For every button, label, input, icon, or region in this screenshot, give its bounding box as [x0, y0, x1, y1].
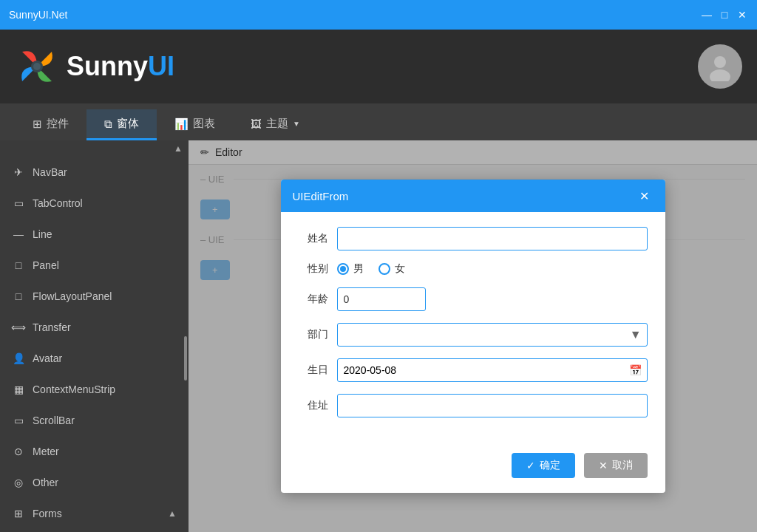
meter-icon: ⊙ — [12, 445, 25, 458]
sidebar-scroll-up[interactable]: ▲ — [0, 140, 189, 157]
modal-dialog: UIEditFrom ✕ 姓名 性别 — [281, 180, 665, 493]
radio-female[interactable]: 女 — [378, 262, 405, 276]
form-row-gender: 性别 男 女 — [299, 262, 648, 276]
sidebar-section-forms[interactable]: ⊞ Forms ▲ — [0, 498, 189, 529]
sidebar-item-contextmenustrip-label: ContextMenuStrip — [33, 383, 115, 395]
cancel-button[interactable]: ✕ 取消 — [584, 453, 648, 478]
tab-themes-icon: 🖼 — [251, 117, 262, 130]
panel-icon: □ — [12, 259, 25, 272]
sidebar-item-other[interactable]: ◎ Other — [0, 467, 189, 498]
birthday-label: 生日 — [299, 364, 328, 377]
form-row-name: 姓名 — [299, 227, 648, 250]
avatar[interactable] — [698, 44, 742, 89]
birthday-input[interactable] — [337, 358, 648, 382]
sidebar-section-forms-label: Forms — [33, 508, 62, 519]
modal-footer: ✓ 确定 ✕ 取消 — [281, 444, 665, 493]
modal-close-icon: ✕ — [639, 189, 649, 203]
form-row-address: 住址 — [299, 394, 648, 417]
title-bar-controls: — □ ✕ — [701, 9, 748, 21]
modal-close-button[interactable]: ✕ — [636, 187, 654, 205]
sidebar-item-transfer[interactable]: ⟺ Transfer — [0, 312, 189, 343]
flowlayoutpanel-icon: □ — [12, 290, 25, 303]
tab-controls[interactable]: ⊞ 控件 — [15, 109, 86, 140]
dept-select[interactable] — [337, 323, 648, 347]
logo-sunny: Sunny — [67, 51, 148, 82]
tab-controls-icon: ⊞ — [33, 117, 42, 131]
sidebar-item-dialogs[interactable]: ▭ Dialogs — [0, 529, 189, 532]
sidebar-item-avatar-label: Avatar — [33, 352, 62, 364]
calendar-icon[interactable]: 📅 — [629, 364, 642, 376]
logo-area: SunnyUI — [15, 44, 174, 89]
sidebar-item-tabcontrol[interactable]: ▭ TabControl — [0, 188, 189, 219]
header: SunnyUI — [0, 30, 757, 103]
maximize-button[interactable]: □ — [719, 9, 730, 21]
tab-charts[interactable]: 📊 图表 — [157, 109, 233, 140]
content-area: ✏ Editor – UIE + – UIE + — [189, 140, 757, 532]
logo-text: SunnyUI — [67, 51, 174, 82]
transfer-icon: ⟺ — [12, 321, 25, 334]
radio-female-label: 女 — [395, 262, 405, 276]
main-layout: ▲ ✈ NavBar ▭ TabControl — Line □ Panel □… — [0, 140, 757, 532]
svg-point-3 — [710, 69, 730, 81]
sidebar-item-meter[interactable]: ⊙ Meter — [0, 436, 189, 467]
tabcontrol-icon: ▭ — [12, 197, 25, 210]
name-label: 姓名 — [299, 232, 328, 245]
sidebar-item-other-label: Other — [33, 477, 58, 488]
address-input[interactable] — [337, 394, 648, 417]
sidebar-item-panel-label: Panel — [33, 259, 59, 271]
cancel-label: 取消 — [612, 459, 633, 472]
modal-title: UIEditFrom — [293, 190, 349, 202]
age-label: 年龄 — [299, 293, 328, 306]
radio-male[interactable]: 男 — [337, 262, 364, 276]
age-input[interactable] — [337, 287, 426, 311]
sidebar-item-scrollbar-label: ScrollBar — [33, 415, 75, 426]
avatar-sidebar-icon: 👤 — [12, 352, 25, 365]
dept-label: 部门 — [299, 328, 328, 341]
svg-point-2 — [714, 56, 726, 68]
address-label: 住址 — [299, 399, 328, 412]
sidebar-item-panel[interactable]: □ Panel — [0, 250, 189, 281]
sidebar-item-line-label: Line — [33, 228, 52, 240]
tab-forms[interactable]: ⧉ 窗体 — [86, 109, 157, 140]
sidebar-item-scrollbar[interactable]: ▭ ScrollBar — [0, 405, 189, 436]
sidebar-item-contextmenustrip[interactable]: ▦ ContextMenuStrip — [0, 374, 189, 405]
scroll-indicator — [184, 336, 187, 381]
forms-section-icon: ⊞ — [12, 507, 25, 520]
confirm-button[interactable]: ✓ 确定 — [512, 453, 575, 478]
confirm-icon: ✓ — [526, 460, 535, 471]
forms-section-chevron: ▲ — [168, 508, 177, 519]
sidebar-item-tabcontrol-label: TabControl — [33, 197, 83, 209]
svg-point-1 — [33, 63, 41, 70]
sidebar: ▲ ✈ NavBar ▭ TabControl — Line □ Panel □… — [0, 140, 189, 532]
logo-ui: UI — [148, 51, 174, 82]
confirm-label: 确定 — [540, 459, 560, 472]
sidebar-item-navbar[interactable]: ✈ NavBar — [0, 157, 189, 188]
tab-themes-label: 主题 — [266, 117, 288, 131]
cancel-icon: ✕ — [599, 460, 608, 471]
form-row-age: 年龄 — [299, 287, 648, 311]
sidebar-item-flowlayoutpanel-label: FlowLayoutPanel — [33, 290, 112, 302]
scrollbar-icon: ▭ — [12, 414, 25, 427]
radio-male-circle — [337, 263, 349, 275]
name-input[interactable] — [337, 227, 648, 250]
tab-forms-icon: ⧉ — [104, 117, 112, 131]
form-row-dept: 部门 ▼ — [299, 323, 648, 347]
minimize-button[interactable]: — — [701, 9, 713, 21]
contextmenustrip-icon: ▦ — [12, 383, 25, 396]
birthday-date-wrap: 📅 — [337, 358, 648, 382]
tab-bar: ⊞ 控件 ⧉ 窗体 📊 图表 🖼 主题 ▼ — [0, 103, 757, 140]
radio-male-label: 男 — [353, 262, 364, 276]
close-button[interactable]: ✕ — [736, 9, 748, 21]
sidebar-item-flowlayoutpanel[interactable]: □ FlowLayoutPanel — [0, 281, 189, 312]
form-row-birthday: 生日 📅 — [299, 358, 648, 382]
sidebar-item-line[interactable]: — Line — [0, 219, 189, 250]
dept-select-wrap: ▼ — [337, 323, 648, 347]
tab-controls-label: 控件 — [47, 117, 69, 131]
radio-female-circle — [378, 263, 390, 275]
line-icon: — — [12, 228, 25, 241]
avatar-icon — [705, 52, 735, 81]
sidebar-section-forms-left: ⊞ Forms — [12, 507, 62, 520]
sidebar-item-avatar[interactable]: 👤 Avatar — [0, 343, 189, 374]
tab-themes[interactable]: 🖼 主题 ▼ — [233, 109, 318, 140]
modal-header: UIEditFrom ✕ — [281, 180, 665, 212]
